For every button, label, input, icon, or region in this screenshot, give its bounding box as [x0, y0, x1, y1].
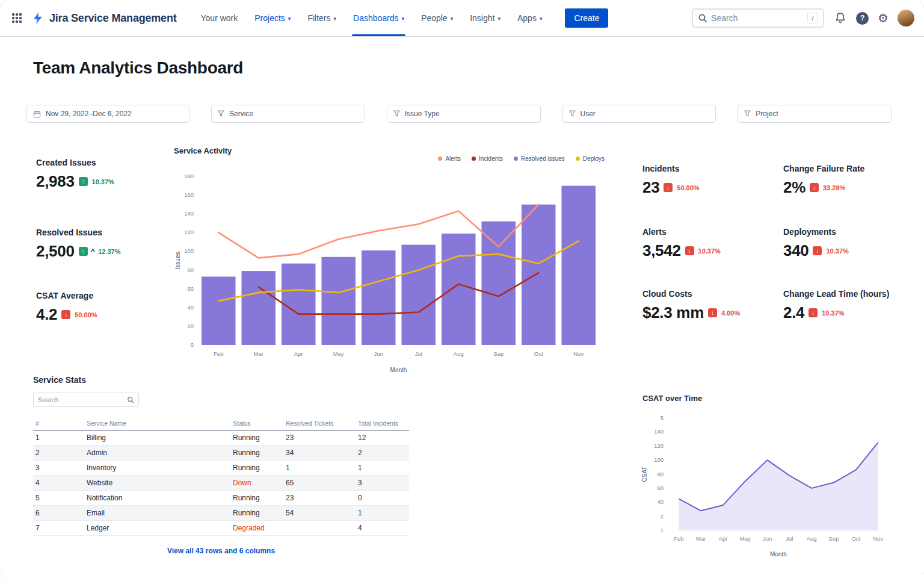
- cell-total-incidents: 12: [356, 430, 409, 446]
- page-title: Team Analytics Dashboard: [33, 58, 243, 78]
- search-input[interactable]: [711, 13, 804, 23]
- filter-user[interactable]: User: [562, 105, 716, 123]
- cell-total-incidents: 1: [356, 506, 409, 521]
- filter-service[interactable]: Service: [211, 105, 365, 123]
- table-row[interactable]: 6 Email Running 54 1: [33, 506, 409, 521]
- svg-text:160: 160: [184, 191, 194, 198]
- nav-your-work[interactable]: Your work: [201, 0, 238, 36]
- table-row[interactable]: 1 Billing Running 23 12: [33, 430, 409, 446]
- chevron-down-icon: ▾: [288, 14, 291, 22]
- kpi-delta: 4.00%: [721, 309, 740, 317]
- cell-total-incidents: 1: [356, 461, 409, 476]
- nav-dashboards[interactable]: Dashboards▾: [353, 0, 404, 36]
- kpi-value: 4.2: [36, 305, 57, 324]
- search-icon: [698, 13, 707, 23]
- svg-text:2: 2: [661, 513, 664, 520]
- filter-icon: [218, 110, 224, 117]
- kpi-label: Cloud Costs: [642, 289, 740, 299]
- trend-arrow-icon: ↓: [812, 310, 815, 316]
- table-search-input[interactable]: [38, 396, 123, 403]
- global-search[interactable]: /: [692, 8, 824, 28]
- cell-total-incidents: 3: [356, 476, 409, 491]
- filter-issue-type[interactable]: Issue Type: [387, 105, 541, 123]
- svg-text:20: 20: [187, 323, 194, 329]
- table-row[interactable]: 7 Ledger Degraded 4: [33, 521, 409, 536]
- cell-resolved-tickets: 65: [283, 476, 356, 491]
- table-row[interactable]: 5 Notification Running 23 0: [33, 491, 409, 506]
- legend-label: Alerts: [445, 155, 461, 162]
- settings-button[interactable]: ⚙: [878, 12, 889, 24]
- svg-text:Jul: Jul: [415, 350, 422, 357]
- cell-service-name: Admin: [84, 446, 230, 461]
- svg-text:Apr: Apr: [294, 350, 303, 357]
- view-all-link[interactable]: View all 43 rows and 6 columns: [33, 547, 409, 555]
- nav-label: People: [421, 13, 448, 23]
- svg-text:Jul: Jul: [786, 535, 793, 542]
- filter-project[interactable]: Project: [738, 105, 892, 123]
- nav-icon-group: ? ⚙: [834, 10, 914, 26]
- nav-apps[interactable]: Apps▾: [517, 0, 542, 36]
- svg-text:Month: Month: [390, 367, 407, 373]
- gear-icon: ⚙: [878, 12, 889, 24]
- create-button[interactable]: Create: [565, 8, 608, 28]
- table-row[interactable]: 3 Inventory Running 1 1: [33, 461, 409, 476]
- help-button[interactable]: ?: [856, 12, 869, 25]
- svg-text:140: 140: [184, 210, 194, 217]
- table-search[interactable]: [33, 393, 139, 407]
- app-switcher-icon[interactable]: [12, 13, 22, 23]
- cell-service-name: Inventory: [84, 461, 230, 476]
- nav-insight[interactable]: Insight▾: [470, 0, 500, 36]
- kpi-label: Created Issues: [36, 158, 114, 167]
- kpi-value: 2%: [783, 178, 805, 197]
- brand[interactable]: Jira Service Management: [31, 11, 177, 25]
- top-navbar: Jira Service Management Your work Projec…: [0, 0, 924, 36]
- nav-label: Your work: [201, 13, 238, 23]
- svg-text:180: 180: [184, 173, 194, 179]
- legend-incidents[interactable]: Incidents: [472, 155, 503, 162]
- chevron-down-icon: ▾: [497, 14, 500, 22]
- cell-service-name: Notification: [84, 491, 230, 506]
- cell-resolved-tickets: 1: [283, 461, 356, 476]
- filter-date-range[interactable]: Nov 29, 2022–Dec 6, 2022: [26, 105, 189, 123]
- kpi-label: Deployments: [783, 227, 849, 237]
- nav-projects[interactable]: Projects▾: [254, 0, 291, 36]
- search-shortcut-hint: /: [807, 13, 818, 23]
- kpi-value: 2,500: [36, 242, 75, 261]
- trend-arrow-icon: ↓: [813, 185, 816, 191]
- svg-text:140: 140: [654, 428, 664, 435]
- svg-text:1: 1: [661, 527, 664, 533]
- notifications-button[interactable]: [834, 11, 847, 25]
- trend-badge: ↑: [79, 177, 88, 186]
- kpi-label: Change Failure Rate: [783, 164, 864, 173]
- nav-filters[interactable]: Filters▾: [307, 0, 336, 36]
- filter-label: Nov 29, 2022–Dec 6, 2022: [46, 110, 132, 118]
- legend-alerts[interactable]: Alerts: [438, 155, 461, 162]
- table-row[interactable]: 4 Website Down 65 3: [33, 476, 409, 491]
- kpi-incidents: Incidents 23↓50.00%: [642, 164, 700, 197]
- trend-badge: ↓: [685, 246, 694, 255]
- cell-resolved-tickets: 54: [283, 506, 356, 521]
- legend-deploys[interactable]: Deploys: [576, 155, 605, 162]
- trend-badge: ↑: [79, 247, 88, 256]
- nav-label: Filters: [307, 13, 330, 23]
- nav-people[interactable]: People▾: [421, 0, 453, 36]
- cell-num: 6: [33, 506, 84, 521]
- legend-resolved-issues[interactable]: Resolved issues: [514, 155, 565, 162]
- legend-label: Incidents: [479, 155, 503, 162]
- col-header-num: #: [33, 417, 84, 430]
- table-header-row: # Service Name Status Resolved Tickets T…: [33, 417, 409, 430]
- cell-resolved-tickets: 34: [283, 446, 356, 461]
- nav-label: Dashboards: [353, 13, 399, 23]
- profile-button[interactable]: [898, 10, 914, 26]
- svg-text:Issues: Issues: [174, 252, 181, 270]
- brand-name: Jira Service Management: [49, 12, 177, 25]
- legend-label: Deploys: [583, 155, 605, 162]
- table-row[interactable]: 2 Admin Running 34 2: [33, 446, 409, 461]
- svg-text:Sep: Sep: [493, 350, 504, 357]
- legend-label: Resolved issues: [521, 155, 565, 162]
- search-icon: [127, 396, 134, 403]
- service-stats-table: # Service Name Status Resolved Tickets T…: [33, 417, 409, 536]
- trend-arrow-icon: ↓: [711, 310, 714, 316]
- chart-legend: Alerts Incidents Resolved issues Deploys: [385, 155, 605, 162]
- chevron-down-icon: ▾: [540, 14, 543, 22]
